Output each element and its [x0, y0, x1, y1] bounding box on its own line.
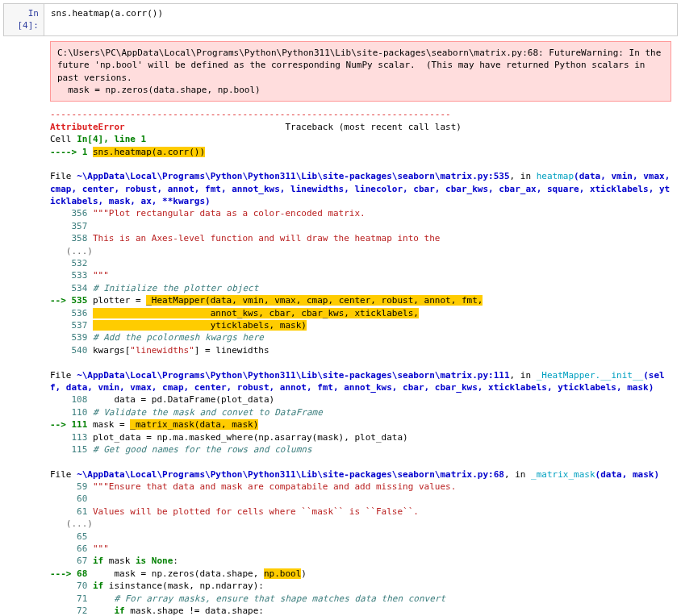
cell-ref: Cell In[4], line 1 [50, 133, 671, 145]
frame-1: File ~\AppData\Local\Programs\Python\Pyt… [50, 170, 671, 207]
src: 59 """Ensure that data and mask are comp… [50, 481, 671, 493]
frame-2: File ~\AppData\Local\Programs\Python\Pyt… [50, 369, 671, 394]
src: 357 [50, 220, 671, 232]
src: 537 yticklabels, mask) [50, 319, 671, 331]
src: (...) [50, 245, 671, 257]
src: 533 """ [50, 269, 671, 281]
src-arrow: --> 111 mask = _matrix_mask(data, mask) [50, 418, 671, 431]
src: 356 """Plot rectangular data as a color-… [50, 207, 671, 219]
src: 115 # Get good names for the rows and co… [50, 443, 671, 456]
src: 67 if mask is None: [50, 555, 671, 567]
code-input[interactable]: sns.heatmap(a.corr()) [44, 4, 677, 35]
src: 532 [50, 257, 671, 269]
src: 72 if mask.shape != data.shape: [50, 605, 671, 616]
src: 61 Values will be plotted for cells wher… [50, 506, 671, 518]
src: 65 [50, 531, 671, 543]
src: 110 # Validate the mask and convet to Da… [50, 406, 671, 418]
frame-3: File ~\AppData\Local\Programs\Python\Pyt… [50, 468, 671, 481]
future-warning: C:\Users\PC\AppData\Local\Programs\Pytho… [50, 41, 671, 102]
src: 71 # For array masks, ensure that shape … [50, 593, 671, 605]
src: 540 kwargs["linewidths"] = linewidths [50, 344, 671, 356]
frame-arrow: ----> 1 sns.heatmap(a.corr()) [50, 146, 671, 158]
error-header: AttributeError Traceback (most recent ca… [50, 121, 671, 133]
divider: ----------------------------------------… [50, 108, 671, 120]
src: 536 annot_kws, cbar, cbar_kws, xticklabe… [50, 307, 671, 319]
src: 108 data = pd.DataFrame(plot_data) [50, 393, 671, 406]
src: 539 # Add the pcolormesh kwargs here [50, 331, 671, 343]
input-cell: In [4]: sns.heatmap(a.corr()) [3, 3, 678, 36]
src: 358 This is an Axes-level function and w… [50, 232, 671, 244]
src: 70 if isinstance(mask, np.ndarray): [50, 580, 671, 592]
error-name: AttributeError [50, 122, 125, 132]
src: 66 """ [50, 543, 671, 555]
src: 113 plot_data = np.ma.masked_where(np.as… [50, 431, 671, 443]
src: 60 [50, 493, 671, 505]
src: (...) [50, 518, 671, 530]
src-arrow: --> 535 plotter = _HeatMapper(data, vmin… [50, 294, 671, 306]
src: 534 # Initialize the plotter object [50, 282, 671, 294]
traceback-label: Traceback (most recent call last) [285, 122, 462, 132]
src-arrow: ---> 68 mask = np.zeros(data.shape, np.b… [50, 568, 671, 580]
output-area: C:\Users\PC\AppData\Local\Programs\Pytho… [3, 36, 678, 616]
input-prompt: In [4]: [4, 4, 44, 35]
